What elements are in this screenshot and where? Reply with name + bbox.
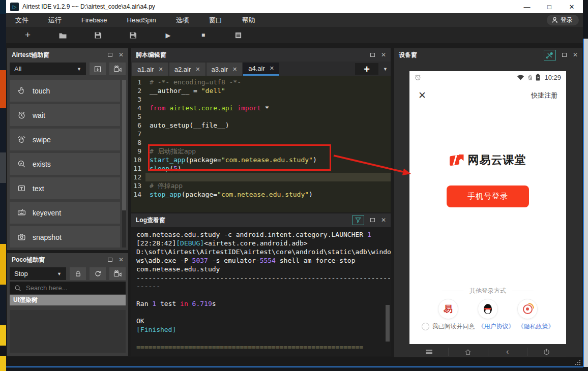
action-exists-button[interactable]: exists — [10, 153, 120, 175]
agreement-text: 我已阅读并同意 — [432, 322, 475, 331]
menu-item-帮助[interactable]: 帮助 — [242, 16, 255, 24]
code-line-4[interactable]: 4from airtest.core.api import * — [131, 104, 391, 112]
code-line-11[interactable]: 11sleep(5) — [131, 164, 391, 173]
airtest-ide-window: ▷ Airtest IDE v1.2.9 ~~ D:\airtest_code\… — [6, 0, 583, 367]
api-filter-dropdown[interactable]: All ▼ — [10, 63, 86, 75]
save-button[interactable] — [80, 28, 115, 42]
poco-search-field[interactable]: Search here... — [10, 282, 126, 294]
code-line-8[interactable]: 8 — [131, 138, 391, 147]
log-output[interactable]: com.netease.edu.study -c android.intent.… — [131, 227, 391, 356]
quick-register-link[interactable]: 快捷注册 — [531, 91, 557, 100]
tab-close-icon[interactable]: ✕ — [159, 66, 163, 73]
menu-item-文件[interactable]: 文件 — [15, 16, 28, 24]
view-report-button[interactable] — [221, 28, 256, 42]
ui-tree-header[interactable]: UI渲染树 — [10, 295, 126, 305]
close-panel-icon[interactable]: ✕ — [381, 217, 386, 223]
save-as-button[interactable] — [115, 28, 151, 42]
netease-login-button[interactable]: 易 — [438, 299, 458, 319]
code-line-9[interactable]: 9# 启动指定app — [131, 147, 391, 156]
code-line-12[interactable]: 12 — [131, 173, 391, 181]
toolbar: + ▶ ■ — [6, 27, 583, 43]
log-line: D:\soft\Airtest\AirtestIDE\airtest\core\… — [136, 248, 391, 256]
open-folder-button[interactable] — [45, 28, 80, 42]
screenshot-insert-button[interactable] — [90, 63, 106, 75]
action-swipe-button[interactable]: swipe — [10, 129, 120, 150]
action-text-button[interactable]: text — [10, 177, 120, 199]
user-agreement-link[interactable]: 《用户协议》 — [478, 322, 515, 331]
device-screen[interactable]: 10:29 ✕ 快捷注册 网易云课堂 手机号登录 其他登录方式 — [409, 71, 566, 344]
device-tools-button[interactable] — [544, 50, 556, 60]
tab-a1.air[interactable]: a1.air✕ — [132, 63, 168, 76]
poco-mode-dropdown[interactable]: Stop ▼ — [10, 267, 66, 280]
code-line-14[interactable]: 14stop_app(package="com.netease.edu.stud… — [131, 190, 391, 199]
float-panel-icon[interactable] — [370, 218, 375, 222]
close-panel-icon[interactable]: ✕ — [381, 52, 386, 58]
weibo-login-button[interactable] — [517, 299, 538, 319]
code-text: sleep(5) — [145, 164, 391, 173]
wait-icon — [17, 111, 26, 119]
action-label: swipe — [33, 136, 51, 144]
code-line-5[interactable]: 5 — [131, 112, 391, 121]
poco-record-button[interactable] — [109, 267, 126, 280]
code-line-6[interactable]: 6auto_setup(__file__) — [131, 121, 391, 130]
agreement-checkbox[interactable] — [422, 323, 429, 330]
tab-a4.air[interactable]: a4.air✕ — [243, 63, 279, 76]
menu-item-运行[interactable]: 运行 — [48, 16, 62, 24]
close-panel-icon[interactable]: ✕ — [119, 257, 124, 263]
tab-close-icon[interactable]: ✕ — [232, 66, 237, 73]
tab-list-caret-icon[interactable]: ▼ — [383, 67, 388, 72]
airtest-panel-scrollbar[interactable] — [122, 80, 126, 248]
menu-items: 文件运行FirebaseHeadSpin选项窗口帮助 — [15, 15, 275, 25]
login-button[interactable]: 登录 — [547, 15, 579, 25]
qq-login-button[interactable] — [478, 299, 498, 319]
code-editor[interactable]: 1# -*- encoding=utf8 -*-2__author__ = "d… — [131, 76, 391, 212]
float-panel-icon[interactable] — [108, 53, 112, 57]
code-line-10[interactable]: 10start_app(package="com.netease.edu.stu… — [131, 156, 391, 164]
code-line-2[interactable]: 2__author__ = "dell" — [131, 86, 391, 95]
tab-a2.air[interactable]: a2.air✕ — [169, 63, 205, 76]
nav-home-button[interactable] — [448, 348, 487, 356]
lock-button[interactable] — [70, 267, 86, 280]
close-panel-icon[interactable]: ✕ — [573, 52, 578, 58]
code-line-7[interactable]: 7 — [131, 130, 391, 138]
tab-close-icon[interactable]: ✕ — [270, 65, 274, 72]
new-script-button[interactable]: + — [10, 28, 45, 42]
close-panel-icon[interactable]: ✕ — [119, 52, 124, 58]
maximize-button[interactable]: □ — [538, 0, 561, 13]
code-line-3[interactable]: 3 — [131, 95, 391, 104]
nav-power-button[interactable] — [527, 348, 566, 356]
record-button[interactable] — [109, 63, 126, 75]
new-tab-button[interactable]: + — [355, 63, 378, 75]
float-panel-icon[interactable] — [562, 53, 567, 57]
log-filter-button[interactable] — [352, 215, 364, 225]
float-panel-icon[interactable] — [108, 258, 112, 262]
minimize-button[interactable]: — — [516, 0, 538, 13]
log-panel-header: Log查看窗 ✕ — [131, 213, 391, 227]
action-keyevent-button[interactable]: keyevent — [10, 202, 120, 224]
tab-close-icon[interactable]: ✕ — [195, 66, 200, 73]
close-button[interactable]: ✕ — [561, 0, 583, 13]
log-scrollbar[interactable] — [386, 305, 390, 342]
action-snapshot-button[interactable]: snapshot — [10, 226, 120, 248]
stop-script-button[interactable]: ■ — [186, 28, 221, 42]
netease-icon: 易 — [444, 303, 453, 315]
phone-login-button[interactable]: 手机号登录 — [447, 186, 529, 207]
float-panel-icon[interactable] — [370, 53, 375, 57]
nav-back-button[interactable]: ‹ — [488, 348, 527, 356]
menu-item-Firebase[interactable]: Firebase — [81, 16, 107, 24]
refresh-tree-button[interactable] — [90, 267, 106, 280]
privacy-policy-link[interactable]: 《隐私政策》 — [518, 322, 554, 331]
close-login-icon[interactable]: ✕ — [418, 89, 426, 101]
resize-grip[interactable] — [574, 359, 580, 365]
swipe-icon — [17, 135, 26, 144]
nav-menu-button[interactable] — [409, 348, 448, 356]
action-touch-button[interactable]: touch — [10, 80, 120, 102]
action-wait-button[interactable]: wait — [10, 104, 120, 126]
tab-a3.air[interactable]: a3.air✕ — [207, 63, 243, 76]
menu-item-窗口[interactable]: 窗口 — [209, 16, 222, 24]
code-line-13[interactable]: 13# 停掉app — [131, 181, 391, 190]
code-line-1[interactable]: 1# -*- encoding=utf8 -*- — [131, 78, 391, 86]
menu-item-HeadSpin[interactable]: HeadSpin — [127, 16, 156, 24]
run-script-button[interactable]: ▶ — [151, 28, 186, 42]
menu-item-选项[interactable]: 选项 — [176, 16, 189, 24]
